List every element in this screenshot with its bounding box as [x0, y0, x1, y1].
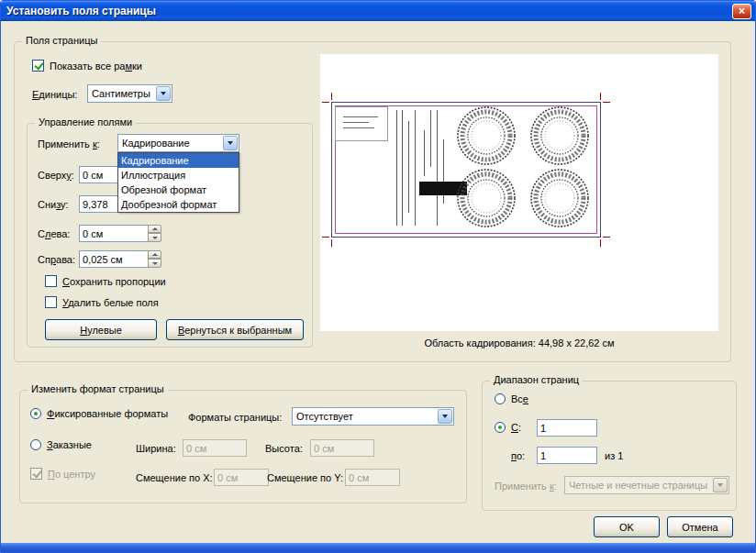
right-margin-input[interactable]	[79, 250, 149, 268]
of-pages-label: из 1	[605, 450, 623, 461]
dropdown-option-crop[interactable]: Кадрирование	[118, 153, 239, 168]
crop-tick	[603, 237, 610, 238]
show-all-boxes-checkbox[interactable]: Показать все рамки	[32, 60, 142, 72]
dropdown-option-art[interactable]: Иллюстрация	[118, 168, 239, 182]
close-button[interactable]: ×	[732, 4, 751, 19]
dropdown-arrow-button	[713, 478, 728, 492]
cancel-button-label: Отмена	[682, 522, 717, 533]
left-margin-input[interactable]	[79, 225, 149, 242]
revert-to-selection-button[interactable]: Вернуться к выбранным	[166, 319, 304, 340]
spin-down-button[interactable]	[148, 233, 161, 242]
apply-to-dropdown[interactable]: Кадрирование	[117, 134, 239, 152]
from-page-label: С:	[511, 422, 521, 433]
set-to-zero-button[interactable]: Нулевые	[45, 319, 157, 340]
preview-text-line	[343, 122, 369, 123]
check-icon	[32, 469, 41, 479]
spin-down-button[interactable]	[148, 259, 161, 268]
check-icon	[34, 61, 43, 71]
dropdown-option-trim[interactable]: Обрезной формат	[118, 182, 239, 197]
radio-circle	[30, 439, 41, 450]
crop-tick	[322, 102, 329, 103]
checkbox-box	[32, 60, 44, 72]
spin-up-button[interactable]	[148, 225, 161, 233]
fixed-sizes-label: Фиксированные форматы	[47, 408, 168, 419]
crop-tick	[331, 93, 332, 100]
all-pages-label: Все	[511, 393, 528, 404]
constrain-proportions-checkbox[interactable]: Сохранить пропорции	[45, 275, 166, 287]
chevron-down-icon	[161, 92, 166, 95]
chevron-down-icon	[717, 483, 723, 487]
crop-tick	[322, 237, 329, 238]
top-margin-label: Сверху:	[38, 170, 74, 181]
crop-tick	[331, 239, 332, 247]
arrow-down-icon	[152, 237, 158, 239]
constrain-proportions-label: Сохранить пропорции	[62, 276, 166, 287]
preview-text-column-bar	[415, 110, 416, 226]
to-page-input[interactable]	[537, 447, 597, 464]
radio-dot-icon	[34, 412, 38, 415]
bottom-margin-label: Снизу:	[38, 199, 69, 210]
custom-size-label: Заказные	[47, 439, 92, 450]
fixed-sizes-radio[interactable]: Фиксированные форматы	[30, 408, 168, 419]
preview-text-column-bar	[402, 110, 403, 226]
apply-to-label: Применить к:	[38, 138, 100, 149]
apply-to-dropdown-value: Кадрирование	[122, 138, 190, 149]
checkbox-box	[30, 468, 42, 480]
crop-tick	[600, 239, 601, 247]
ok-button-label: OK	[619, 522, 634, 533]
page-range-group-title: Диапазон страниц	[490, 374, 583, 385]
set-to-zero-button-label: Нулевые	[80, 325, 122, 336]
right-margin-spinner	[148, 250, 161, 268]
crop-tick	[600, 93, 601, 100]
preview-text-line	[343, 116, 378, 117]
radio-circle	[495, 393, 506, 404]
radio-dot-icon	[498, 426, 502, 429]
ornament-wreath-2	[529, 105, 590, 166]
radio-circle	[495, 422, 506, 433]
preview-page	[331, 102, 601, 238]
apply-to-dropdown-list: Кадрирование Иллюстрация Обрезной формат…	[117, 152, 239, 213]
from-page-input[interactable]	[537, 419, 597, 437]
remove-white-margins-checkbox[interactable]: Удалить белые поля	[45, 296, 159, 308]
height-label: Высота:	[265, 443, 303, 454]
remove-white-margins-label: Удалить белые поля	[62, 297, 159, 308]
offset-x-label: Смещение по X:	[136, 472, 213, 483]
cancel-button[interactable]: Отмена	[667, 516, 733, 537]
ok-button[interactable]: OK	[594, 516, 660, 537]
to-page-label: по:	[511, 450, 525, 461]
dropdown-option-bleed[interactable]: Дообрезной формат	[118, 197, 239, 212]
chevron-down-icon	[442, 415, 448, 418]
chevron-down-icon	[228, 141, 233, 145]
dropdown-arrow-button[interactable]	[223, 136, 238, 150]
page-sizes-dropdown[interactable]: Отсутствует	[292, 407, 454, 426]
left-margin-spinner	[148, 225, 161, 242]
page-boxes-group-title: Поля страницы	[22, 35, 101, 46]
arrow-down-icon	[152, 262, 158, 265]
dropdown-arrow-button[interactable]	[438, 409, 452, 424]
page-sizes-label: Форматы страницы:	[188, 412, 282, 423]
center-checkbox: По центру	[30, 468, 95, 480]
width-label: Ширина:	[136, 443, 176, 454]
preview-info-box	[335, 106, 388, 141]
units-label: Единицы:	[32, 89, 77, 100]
dropdown-arrow-button[interactable]	[156, 86, 171, 101]
page-preview-panel	[320, 54, 718, 331]
offset-x-input	[214, 469, 269, 486]
spin-up-button[interactable]	[148, 250, 161, 259]
preview-text-line	[343, 127, 374, 128]
height-input	[310, 439, 374, 457]
units-dropdown[interactable]: Сантиметры	[87, 84, 172, 103]
ornament-wreath-1	[456, 105, 517, 166]
crop-tick	[603, 102, 610, 103]
width-input	[183, 439, 247, 457]
range-apply-to-dropdown-value: Четные и нечетные страницы	[569, 480, 707, 491]
set-page-boxes-dialog: Установить поля страницы × Поля страницы…	[0, 0, 756, 553]
preview-text-column-bar	[430, 110, 431, 167]
arrow-up-icon	[152, 253, 158, 256]
title-bar[interactable]: Установить поля страницы ×	[1, 1, 755, 21]
right-margin-label: Справа:	[38, 254, 75, 265]
custom-size-radio[interactable]: Заказные	[30, 439, 92, 450]
show-all-boxes-label: Показать все рамки	[50, 61, 142, 72]
all-pages-radio[interactable]: Все	[495, 393, 528, 404]
from-page-radio[interactable]: С:	[495, 422, 521, 433]
